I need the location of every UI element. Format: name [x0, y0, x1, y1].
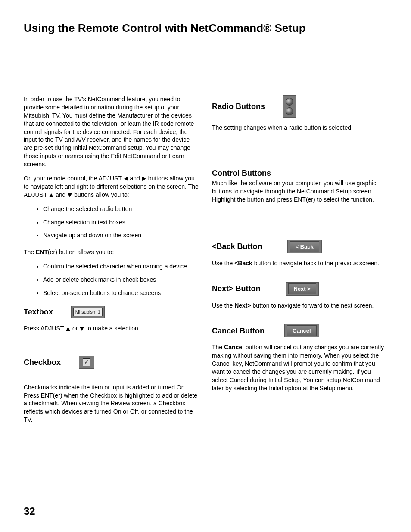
checkmark-icon: ✓ — [83, 358, 90, 366]
bullets-ent: Confirm the selected character when nami… — [43, 262, 199, 297]
cancel-heading: Cancel Button — [212, 326, 265, 336]
textbox-instruction: Press ADJUST or to make a selection. — [24, 324, 199, 333]
checkbox-graphic: ✓ — [79, 356, 94, 369]
adjust-paragraph: On your remote control, the ADJUST and b… — [24, 174, 199, 199]
radio-body: The setting changes when a radio button … — [212, 124, 387, 132]
next-body: Use the Next> button to navigate forward… — [212, 302, 387, 310]
ent-bold: ENT — [36, 249, 48, 255]
text: or — [71, 325, 79, 332]
list-item: Change the selected radio button — [43, 205, 199, 213]
cancel-body: The Cancel button will cancel out any ch… — [212, 343, 387, 392]
text: to make a selection. — [84, 325, 140, 332]
radio-section: Radio Buttons — [212, 95, 387, 118]
back-button-graphic: < Back — [287, 240, 322, 253]
text: The — [24, 249, 36, 255]
text: On your remote control, the ADJUST — [24, 175, 124, 182]
next-bold: Next> — [234, 302, 251, 309]
arrow-right-icon — [142, 177, 146, 181]
list-item: Navigate up and down on the screen — [43, 231, 199, 240]
list-item: Change selection in text boxes — [43, 218, 199, 227]
list-item: Confirm the selected character when nami… — [43, 262, 199, 271]
arrow-up-icon — [66, 327, 70, 331]
content-columns: In order to use the TV's NetCommand feat… — [24, 95, 387, 430]
text: and — [54, 191, 67, 198]
page-title: Using the Remote Control with NetCommand… — [24, 22, 387, 35]
text: Use the — [212, 260, 234, 267]
list-item: Add or delete check marks in check boxes — [43, 276, 199, 284]
next-button-label: Next > — [288, 283, 316, 294]
cancel-button-label: Cancel — [287, 325, 317, 336]
right-column: Radio Buttons The setting changes when a… — [212, 95, 387, 430]
text: The — [212, 344, 224, 351]
checkbox-section: Checkbox ✓ — [24, 356, 199, 369]
text: Use the — [212, 302, 234, 309]
cancel-section: Cancel Button Cancel — [212, 324, 387, 337]
arrow-down-icon — [68, 193, 72, 197]
textbox-section: Textbox Mitsubishi 1 — [24, 306, 199, 318]
radio-selected-icon — [286, 98, 293, 106]
list-item: Select on-screen buttons to change scree… — [43, 289, 199, 297]
radio-graphic — [283, 95, 296, 118]
radio-unselected-icon — [286, 107, 293, 115]
left-column: In order to use the TV's NetCommand feat… — [24, 95, 199, 430]
arrow-left-icon — [124, 177, 128, 181]
control-body: Much like the software on your computer,… — [212, 179, 387, 204]
page-number: 32 — [24, 505, 35, 517]
text: button to navigate back to the previous … — [252, 260, 379, 267]
intro-paragraph: In order to use the TV's NetCommand feat… — [24, 95, 199, 168]
arrow-up-icon — [49, 193, 53, 197]
next-section: Next> Button Next > — [212, 282, 387, 296]
text: buttons allow you to: — [72, 191, 129, 198]
checkbox-heading: Checkbox — [24, 357, 61, 367]
back-button-label: < Back — [290, 241, 319, 252]
control-heading: Control Buttons — [212, 168, 387, 178]
cancel-button-graphic: Cancel — [284, 324, 319, 337]
next-button-graphic: Next > — [286, 282, 319, 296]
text: Press ADJUST — [24, 325, 65, 332]
text: (er) button allows you to: — [48, 249, 114, 255]
ent-line: The ENT(er) button allows you to: — [24, 248, 199, 256]
checkbox-body: Checkmarks indicate the item or input is… — [24, 383, 199, 424]
text: button to navigate forward to the next s… — [251, 302, 374, 309]
text: button will cancel out any changes you a… — [212, 344, 384, 391]
back-body: Use the <Back button to navigate back to… — [212, 259, 387, 268]
textbox-heading: Textbox — [24, 307, 53, 317]
arrow-down-icon — [80, 327, 84, 331]
textbox-value: Mitsubishi 1 — [73, 308, 103, 316]
radio-heading: Radio Buttons — [212, 101, 265, 112]
back-bold: <Back — [234, 260, 252, 267]
back-heading: <Back Button — [212, 241, 262, 252]
cancel-bold: Cancel — [224, 344, 244, 351]
bullets-adjust: Change the selected radio button Change … — [43, 205, 199, 240]
back-section: <Back Button < Back — [212, 240, 387, 253]
textbox-graphic: Mitsubishi 1 — [71, 306, 105, 318]
text: and — [128, 175, 142, 182]
next-heading: Next> Button — [212, 283, 261, 294]
